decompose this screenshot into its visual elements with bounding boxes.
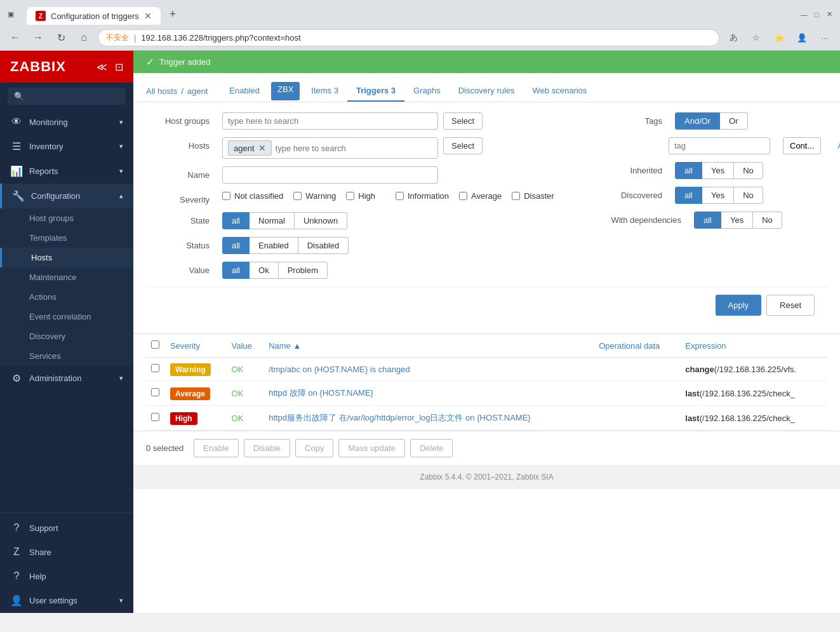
sidebar-item-user-settings[interactable]: 👤 User settings ▾ <box>0 588 133 613</box>
minimize-button[interactable]: — <box>799 10 808 19</box>
sidebar-collapse-button[interactable]: ≪ <box>97 61 107 73</box>
severity-average-checkbox[interactable] <box>459 192 467 200</box>
sidebar-subitem-host-groups[interactable]: Host groups <box>0 208 133 228</box>
sidebar-subitem-actions[interactable]: Actions <box>0 287 133 307</box>
status-disabled-button[interactable]: Disabled <box>298 237 349 254</box>
tab-graphs[interactable]: Graphs <box>404 81 450 102</box>
severity-average[interactable]: Average <box>459 191 502 201</box>
severity-information[interactable]: Information <box>396 191 449 201</box>
tab-zbx[interactable]: ZBX <box>271 82 300 100</box>
with-dependencies-yes-button[interactable]: Yes <box>721 212 753 229</box>
add-tag-link[interactable]: Add <box>837 137 840 151</box>
inherited-no-button[interactable]: No <box>733 162 763 179</box>
copy-button[interactable]: Copy <box>295 439 333 457</box>
row-checkbox-2[interactable] <box>151 413 159 421</box>
severity-not-classified[interactable]: Not classified <box>222 191 283 201</box>
sidebar-search-input[interactable] <box>8 88 126 105</box>
apply-button[interactable]: Apply <box>716 295 762 316</box>
with-dependencies-all-button[interactable]: all <box>694 212 721 229</box>
value-problem-button[interactable]: Problem <box>278 262 328 279</box>
severity-warning-checkbox[interactable] <box>293 192 302 200</box>
severity-high-checkbox[interactable] <box>346 192 354 200</box>
severity-not-classified-checkbox[interactable] <box>222 192 230 200</box>
tab-items[interactable]: Items 3 <box>302 81 347 102</box>
delete-button[interactable]: Delete <box>410 439 453 457</box>
severity-warning[interactable]: Warning <box>293 191 336 201</box>
trigger-link-2[interactable]: httpd服务出故障了 在/var/log/httdp/error_log日志文… <box>269 413 531 422</box>
tags-andor-button[interactable]: And/Or <box>675 112 720 130</box>
host-tag-remove-button[interactable]: ✕ <box>258 143 266 153</box>
col-header-opdata[interactable]: Operational data <box>594 334 680 358</box>
row-checkbox-0[interactable] <box>151 364 159 372</box>
address-bar[interactable]: 不安全 | 192.168.136.228/triggers.php?conte… <box>98 29 719 46</box>
select-all-checkbox[interactable] <box>151 340 159 349</box>
inherited-yes-button[interactable]: Yes <box>702 162 734 179</box>
mass-update-button[interactable]: Mass update <box>338 439 404 457</box>
sidebar-subitem-services[interactable]: Services <box>0 346 133 366</box>
status-all-button[interactable]: all <box>222 237 250 254</box>
severity-high[interactable]: High <box>346 191 375 201</box>
sidebar-item-configuration[interactable]: 🔧 Configuration ▴ <box>0 184 133 208</box>
forward-button[interactable]: → <box>29 29 47 46</box>
with-dependencies-no-button[interactable]: No <box>752 212 782 229</box>
trigger-link-0[interactable]: /tmp/abc on {HOST.NAME} is changed <box>269 365 410 374</box>
state-unknown-button[interactable]: Unknown <box>294 212 347 229</box>
tab-web-scenarios[interactable]: Web scenarios <box>524 81 596 102</box>
sidebar-subitem-templates[interactable]: Templates <box>0 228 133 248</box>
sidebar-subitem-maintenance[interactable]: Maintenance <box>0 267 133 287</box>
sidebar-subitem-event-correlation[interactable]: Event correlation <box>0 307 133 326</box>
hosts-select-button[interactable]: Select <box>443 137 483 154</box>
profile-icon[interactable]: 👤 <box>793 29 811 46</box>
col-header-expression[interactable]: Expression <box>680 334 827 358</box>
state-normal-button[interactable]: Normal <box>249 212 295 229</box>
sidebar-item-administration[interactable]: ⚙ Administration ▾ <box>0 366 133 391</box>
discovered-all-button[interactable]: all <box>675 187 702 204</box>
col-header-severity[interactable]: Severity <box>165 334 227 358</box>
tab-close-button[interactable]: ✕ <box>144 11 152 21</box>
state-all-button[interactable]: all <box>222 212 250 229</box>
maximize-button[interactable]: □ <box>812 10 821 19</box>
collections-icon[interactable]: ⭐ <box>770 29 788 46</box>
browser-tab[interactable]: Z Configuration of triggers ✕ <box>27 7 161 25</box>
row-checkbox-1[interactable] <box>151 388 159 396</box>
value-ok-button[interactable]: Ok <box>249 262 279 279</box>
sidebar-subitem-discovery[interactable]: Discovery <box>0 326 133 346</box>
tag-contains-button[interactable]: Cont... <box>783 137 821 154</box>
col-header-value[interactable]: Value <box>227 334 264 358</box>
home-button[interactable]: ⌂ <box>75 29 93 46</box>
sidebar-item-inventory[interactable]: ☰ Inventory ▾ <box>0 134 133 159</box>
host-groups-select-button[interactable]: Select <box>443 112 483 130</box>
sidebar-expand-button[interactable]: ⊡ <box>115 61 123 73</box>
sidebar-item-help[interactable]: ? Help <box>0 564 133 588</box>
value-all-button[interactable]: all <box>222 262 250 279</box>
back-button[interactable]: ← <box>6 29 24 46</box>
sidebar-item-support[interactable]: ? Support <box>0 516 133 540</box>
tab-triggers[interactable]: Triggers 3 <box>347 81 404 102</box>
name-input[interactable] <box>222 166 438 184</box>
refresh-button[interactable]: ↻ <box>52 29 70 46</box>
menu-icon[interactable]: ··· <box>816 29 834 46</box>
sidebar-item-monitoring[interactable]: 👁 Monitoring ▾ <box>0 110 133 134</box>
severity-disaster-checkbox[interactable] <box>512 192 520 200</box>
breadcrumb-current[interactable]: agent <box>187 86 208 96</box>
reset-button[interactable]: Reset <box>766 295 815 316</box>
host-groups-input[interactable] <box>222 112 438 130</box>
sidebar-item-share[interactable]: Z Share <box>0 540 133 564</box>
status-enabled-button[interactable]: Enabled <box>249 237 298 254</box>
tab-enabled[interactable]: Enabled <box>220 81 269 102</box>
severity-information-checkbox[interactable] <box>396 192 404 200</box>
read-mode-icon[interactable]: あ <box>724 29 742 46</box>
enable-button[interactable]: Enable <box>194 439 238 457</box>
sidebar-subitem-hosts[interactable]: Hosts <box>0 248 133 267</box>
discovered-yes-button[interactable]: Yes <box>702 187 734 204</box>
tag-input[interactable] <box>669 137 770 154</box>
discovered-no-button[interactable]: No <box>733 187 763 204</box>
sidebar-item-reports[interactable]: 📊 Reports ▾ <box>0 159 133 184</box>
favorites-icon[interactable]: ☆ <box>747 29 765 46</box>
tab-discovery-rules[interactable]: Discovery rules <box>450 81 524 102</box>
inherited-all-button[interactable]: all <box>675 162 702 179</box>
disable-button[interactable]: Disable <box>244 439 290 457</box>
breadcrumb-all-hosts[interactable]: All hosts <box>146 86 177 96</box>
col-header-name[interactable]: Name ▲ <box>263 334 594 358</box>
close-button[interactable]: ✕ <box>825 10 834 19</box>
